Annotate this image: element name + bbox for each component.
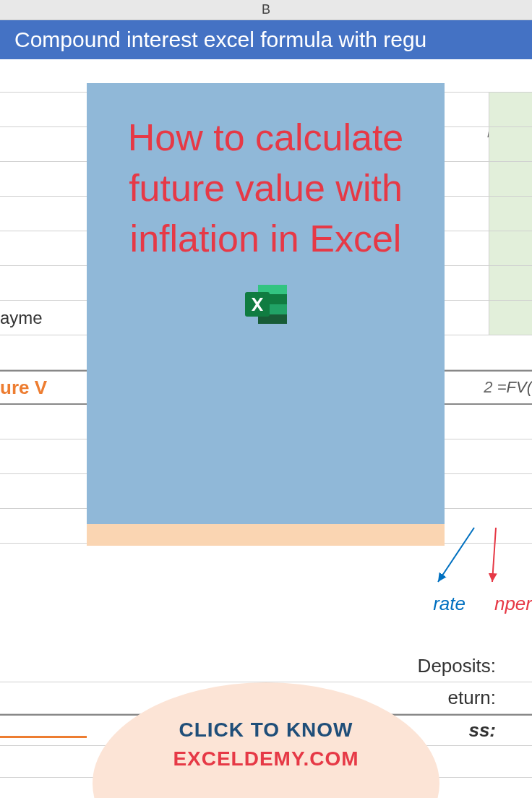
deposits-row[interactable]: Deposits: <box>0 651 532 682</box>
card-title: How to calculate future value with infla… <box>108 112 423 265</box>
input-cell[interactable] <box>489 197 532 231</box>
title-banner: Compound interest excel formula with reg… <box>0 20 532 59</box>
column-letter: B <box>262 2 270 17</box>
future-value-label: ure V <box>0 377 47 399</box>
svg-line-1 <box>492 528 496 582</box>
input-cell[interactable] <box>489 231 532 265</box>
rate-label: rate <box>433 593 466 615</box>
input-cell[interactable] <box>489 93 532 126</box>
input-cell[interactable] <box>489 266 532 300</box>
overlay-strip <box>87 524 445 546</box>
formula-params: rate nper <box>433 593 532 615</box>
column-header: B <box>0 0 532 20</box>
cta-line2: EXCELDEMY.COM <box>173 747 359 771</box>
return-label: eturn: <box>448 687 497 709</box>
input-cell[interactable] <box>489 162 532 196</box>
title-text: Compound interest excel formula with reg… <box>14 27 426 51</box>
input-cell[interactable] <box>489 301 532 335</box>
nper-label: nper <box>494 593 532 615</box>
overlay-card: How to calculate future value with infla… <box>87 83 445 546</box>
formula-text: 2 =FV( <box>484 378 532 397</box>
deposits-label: Deposits: <box>418 655 496 677</box>
input-cell[interactable] <box>489 127 532 161</box>
cta-line1: CLICK TO KNOW <box>179 718 353 742</box>
ss-label: ss: <box>468 719 496 742</box>
orange-underline <box>0 736 87 738</box>
excel-icon <box>241 279 291 332</box>
payment-label: ayme <box>0 308 43 328</box>
